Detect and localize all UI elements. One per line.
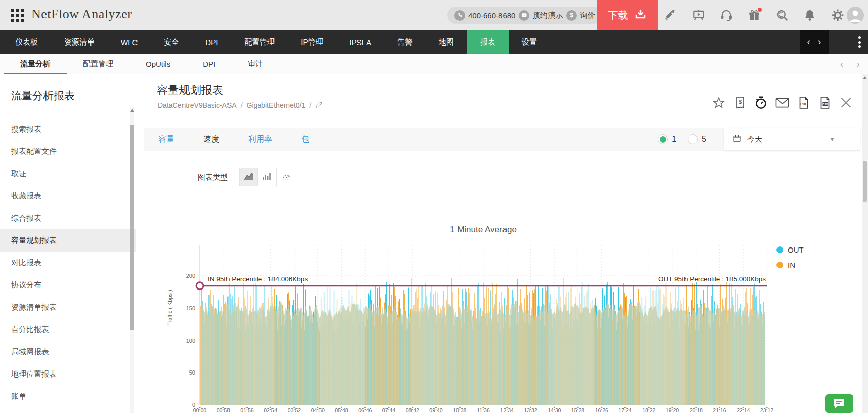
subnav-scroll-arrows[interactable]: ‹ ›	[840, 54, 860, 74]
tab-speed[interactable]: 速度	[189, 134, 234, 145]
svg-text:14:30: 14:30	[547, 407, 561, 413]
breadcrumb: DataCentreV9Basic-ASA / GigabitEthernet0…	[158, 101, 323, 110]
billing-receipt-icon[interactable]: $	[733, 96, 747, 109]
demo-link[interactable]: 预约演示	[519, 10, 563, 21]
sidebar-item-geo-reports[interactable]: 地理位置报表	[0, 363, 136, 385]
sidebar-item-percentile-reports[interactable]: 百分比报表	[0, 318, 136, 341]
sidebar-item-favorite-reports[interactable]: 收藏报表	[0, 185, 136, 207]
nav-item-inventory[interactable]: 资源清单	[51, 30, 108, 54]
date-range-value: 今天	[747, 135, 762, 144]
svg-text:IN 95th Percentile : 184.006Kb: IN 95th Percentile : 184.006Kbps	[208, 275, 308, 283]
svg-text:200: 200	[186, 273, 195, 279]
notifications-bell-icon[interactable]	[803, 9, 816, 22]
nav-item-alarms[interactable]: 告警	[384, 30, 426, 54]
sidebar-scroll-up-icon[interactable]	[130, 109, 134, 112]
svg-text:01:56: 01:56	[240, 407, 253, 413]
subnav-item-traffic-analysis[interactable]: 流量分析	[4, 54, 67, 74]
sidebar-item-search-reports[interactable]: 搜索报表	[0, 118, 136, 140]
gift-icon[interactable]	[748, 9, 761, 22]
subnav-scroll-right-icon[interactable]: ›	[856, 58, 860, 70]
nav-overflow-menu-icon[interactable]	[858, 34, 861, 50]
quote-link[interactable]: $ 询价	[566, 10, 595, 21]
nav-item-ip-mgmt[interactable]: IP管理	[288, 30, 336, 54]
main-navbar: 仪表板 资源清单 WLC 安全 DPI 配置管理 IP管理 IPSLA 告警 地…	[0, 30, 868, 54]
settings-gear-icon[interactable]	[831, 9, 844, 22]
email-icon[interactable]	[775, 96, 789, 109]
chart-type-scatter-button[interactable]	[277, 168, 295, 186]
sidebar-item-billing[interactable]: 账单	[0, 385, 136, 407]
tab-packets[interactable]: 包	[287, 134, 324, 145]
user-avatar[interactable]	[847, 7, 864, 24]
top-header: NetFlow Analyzer 400-660-8680 预约演示 $ 询价 …	[0, 0, 868, 30]
nav-item-ipsla[interactable]: IPSLA	[337, 30, 385, 54]
sidebar-item-comparison-reports[interactable]: 对比报表	[0, 252, 136, 274]
breadcrumb-separator: /	[241, 101, 243, 109]
download-button[interactable]: 下载	[597, 0, 658, 30]
live-chat-button[interactable]	[825, 394, 853, 413]
apps-grid-icon[interactable]	[11, 9, 24, 22]
support-headset-icon[interactable]	[720, 9, 733, 22]
page-scroll-thumb[interactable]	[863, 161, 867, 202]
svg-text:15:28: 15:28	[571, 407, 584, 413]
nav-item-settings[interactable]: 设置	[509, 30, 550, 54]
subnav-scroll-left-icon[interactable]: ‹	[840, 58, 844, 70]
radio-unselected-icon[interactable]	[688, 134, 698, 144]
sidebar-scroll-thumb[interactable]	[130, 125, 134, 330]
radio-selected-icon[interactable]	[658, 134, 668, 144]
nav-item-dpi[interactable]: DPI	[192, 30, 231, 54]
sidebar-item-consolidated-reports[interactable]: 综合报表	[0, 207, 136, 229]
interval-radio-group: 1 5	[658, 128, 706, 151]
reports-sidebar: 流量分析报表 搜索报表 报表配置文件 取证 收藏报表 综合报表 容量规划报表 对…	[0, 74, 136, 413]
nav-item-security[interactable]: 安全	[151, 30, 192, 54]
app-title: NetFlow Analyzer	[31, 7, 132, 22]
nav-item-reports[interactable]: 报表	[467, 30, 509, 54]
chart-type-label: 图表类型	[198, 173, 228, 182]
subnav-item-audit[interactable]: 审计	[232, 54, 279, 74]
sidebar-item-report-profiles[interactable]: 报表配置文件	[0, 140, 136, 162]
nav-item-dashboard[interactable]: 仪表板	[2, 30, 51, 54]
page-scrollbar[interactable]	[862, 74, 868, 413]
nav-item-config-mgmt[interactable]: 配置管理	[231, 30, 288, 54]
breadcrumb-interface[interactable]: GigabitEthernet0/1	[247, 101, 306, 109]
interval-option-1[interactable]: 1	[658, 134, 676, 144]
subnav-item-oputils[interactable]: OpUtils	[129, 54, 187, 74]
report-action-icons: $ PDF csv	[712, 96, 853, 109]
export-csv-icon[interactable]: csv	[818, 96, 832, 109]
nav-item-wlc[interactable]: WLC	[108, 30, 151, 54]
tab-capacity[interactable]: 容量	[144, 134, 189, 145]
sidebar-item-capacity-planning[interactable]: 容量规划报表	[0, 229, 136, 252]
date-range-dropdown[interactable]: 今天 ▾	[724, 128, 860, 151]
search-icon[interactable]	[775, 9, 789, 22]
export-pdf-icon[interactable]: PDF	[797, 96, 810, 109]
page-scroll-up-icon[interactable]	[863, 76, 867, 79]
close-icon[interactable]	[839, 96, 853, 109]
whats-new-rocket-icon[interactable]	[664, 9, 677, 22]
svg-text:16:26: 16:26	[595, 407, 608, 413]
chart-type-bar-button[interactable]	[258, 168, 277, 186]
subnav-item-dpi[interactable]: DPI	[187, 54, 232, 74]
svg-text:04:50: 04:50	[311, 407, 325, 413]
sidebar-item-lan-reports[interactable]: 局域网报表	[0, 341, 136, 363]
training-video-icon[interactable]	[692, 9, 705, 22]
chart-type-area-button[interactable]	[239, 168, 258, 186]
favorite-star-icon[interactable]	[712, 96, 725, 109]
edit-pencil-icon[interactable]	[315, 101, 323, 110]
schedule-timer-icon[interactable]	[754, 96, 768, 109]
nav-scroll-left-icon[interactable]: ‹	[807, 37, 810, 47]
interval-option-5[interactable]: 5	[688, 134, 706, 144]
sidebar-item-protocol-distribution[interactable]: 协议分布	[0, 274, 136, 296]
chart-type-buttons	[239, 168, 295, 186]
tab-utilization[interactable]: 利用率	[234, 134, 287, 145]
sidebar-title: 流量分析报表	[11, 89, 75, 103]
nav-scroll-arrows[interactable]: ‹ ›	[800, 30, 829, 54]
svg-text:150: 150	[186, 305, 195, 311]
sidebar-item-inventory-reports[interactable]: 资源清单报表	[0, 296, 136, 318]
nav-scroll-right-icon[interactable]: ›	[818, 37, 821, 47]
phone-link[interactable]: 400-660-8680	[454, 10, 515, 21]
breadcrumb-device[interactable]: DataCentreV9Basic-ASA	[158, 101, 237, 109]
svg-text:06:46: 06:46	[358, 407, 372, 413]
sidebar-item-forensics[interactable]: 取证	[0, 162, 136, 185]
nav-item-maps[interactable]: 地图	[426, 30, 467, 54]
subnav-item-config-mgmt[interactable]: 配置管理	[67, 54, 129, 74]
sidebar-scrollbar[interactable]	[130, 107, 134, 413]
